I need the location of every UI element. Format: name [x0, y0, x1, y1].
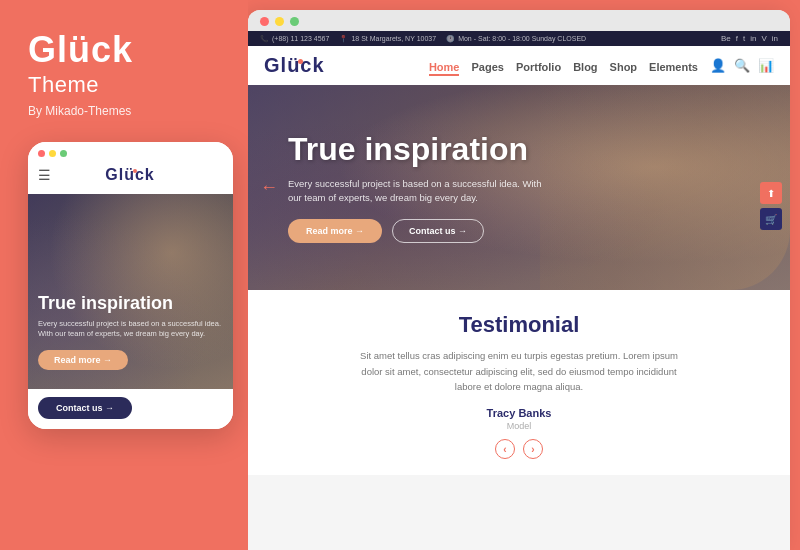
social-be[interactable]: Be — [721, 34, 731, 43]
topbar-phone: 📞 (+88) 11 123 4567 — [260, 35, 329, 43]
nav-portfolio[interactable]: Portfolio — [516, 61, 561, 73]
person-icon[interactable]: 👤 — [710, 58, 726, 73]
location-icon: 📍 — [339, 35, 348, 43]
mobile-window-dots — [38, 150, 223, 157]
hero-next-arrow[interactable]: → — [760, 177, 778, 198]
equalizer-icon[interactable]: 📊 — [758, 58, 774, 73]
mobile-contact-section: Contact us → — [28, 389, 233, 429]
phone-icon: 📞 — [260, 35, 269, 43]
search-icon[interactable]: 🔍 — [734, 58, 750, 73]
mobile-hamburger-icon[interactable]: ☰ — [38, 167, 51, 183]
site-nav-icons: 👤 🔍 📊 — [710, 58, 774, 73]
testimonial-role: Model — [268, 421, 770, 431]
browser-dot-green — [290, 17, 299, 26]
testimonial-nav: ‹ › — [268, 439, 770, 459]
brand-subtitle: Theme — [28, 72, 99, 98]
mobile-hero: True inspiration Every successful projec… — [28, 194, 233, 389]
mobile-header-bar: ☰ Glück — [38, 162, 223, 190]
social-v[interactable]: V — [761, 34, 766, 43]
nav-shop[interactable]: Shop — [610, 61, 638, 73]
right-panel: 📞 (+88) 11 123 4567 📍 18 St Margarets, N… — [248, 10, 790, 550]
hero-description: Every successful project is based on a s… — [288, 177, 548, 206]
testimonial-text: Sit amet tellus cras adipiscing enim eu … — [349, 348, 689, 395]
testimonial-prev-button[interactable]: ‹ — [495, 439, 515, 459]
brand-title: Glück — [28, 30, 133, 70]
floating-cart-icon[interactable]: 🛒 — [760, 208, 782, 230]
hero-readmore-button[interactable]: Read more → — [288, 219, 382, 243]
site-hero: ← True inspiration Every successful proj… — [248, 85, 790, 290]
site-navbar: Glück Home Pages Portfolio Blog Shop Ele… — [248, 46, 790, 85]
mobile-dot-green — [60, 150, 67, 157]
site-logo: Glück — [264, 54, 325, 77]
social-ig[interactable]: in — [750, 34, 756, 43]
clock-icon: 🕐 — [446, 35, 455, 43]
browser-chrome — [248, 10, 790, 31]
site-nav-links: Home Pages Portfolio Blog Shop Elements — [429, 57, 698, 75]
hero-prev-arrow[interactable]: ← — [260, 177, 278, 198]
testimonial-author: Tracy Banks — [268, 407, 770, 419]
site-testimonial: Testimonial Sit amet tellus cras adipisc… — [248, 290, 790, 475]
social-tw[interactable]: t — [743, 34, 745, 43]
hero-content: True inspiration Every successful projec… — [288, 132, 548, 244]
nav-elements[interactable]: Elements — [649, 61, 698, 73]
mobile-dot-yellow — [49, 150, 56, 157]
topbar-hours: 🕐 Mon - Sat: 8:00 - 18:00 Sunday CLOSED — [446, 35, 586, 43]
mobile-hero-description: Every successful project is based on a s… — [38, 319, 223, 340]
hero-buttons: Read more → Contact us → — [288, 219, 548, 243]
nav-home[interactable]: Home — [429, 61, 460, 76]
mobile-mockup: ☰ Glück True inspiration Every successfu… — [28, 142, 233, 429]
browser-dot-yellow — [275, 17, 284, 26]
browser-dot-red — [260, 17, 269, 26]
site-topbar: 📞 (+88) 11 123 4567 📍 18 St Margarets, N… — [248, 31, 790, 46]
topbar-socials: Be f t in V in — [721, 34, 778, 43]
mobile-logo: Glück — [105, 166, 154, 184]
mobile-top-bar: ☰ Glück — [28, 142, 233, 194]
nav-blog[interactable]: Blog — [573, 61, 597, 73]
testimonial-title: Testimonial — [268, 312, 770, 338]
hero-person-overlay — [540, 85, 790, 290]
mobile-readmore-button[interactable]: Read more → — [38, 350, 128, 370]
hero-title: True inspiration — [288, 132, 548, 167]
hero-contact-button[interactable]: Contact us → — [392, 219, 484, 243]
topbar-address: 📍 18 St Margarets, NY 10037 — [339, 35, 436, 43]
left-panel: Glück Theme By Mikado-Themes ☰ Glück Tru… — [0, 0, 248, 550]
mobile-contact-button[interactable]: Contact us → — [38, 397, 132, 419]
brand-by: By Mikado-Themes — [28, 104, 131, 118]
mobile-hero-title: True inspiration — [38, 293, 223, 314]
social-fb[interactable]: f — [736, 34, 738, 43]
website-preview: 📞 (+88) 11 123 4567 📍 18 St Margarets, N… — [248, 31, 790, 475]
social-li[interactable]: in — [772, 34, 778, 43]
testimonial-next-button[interactable]: › — [523, 439, 543, 459]
nav-pages[interactable]: Pages — [471, 61, 503, 73]
mobile-dot-red — [38, 150, 45, 157]
